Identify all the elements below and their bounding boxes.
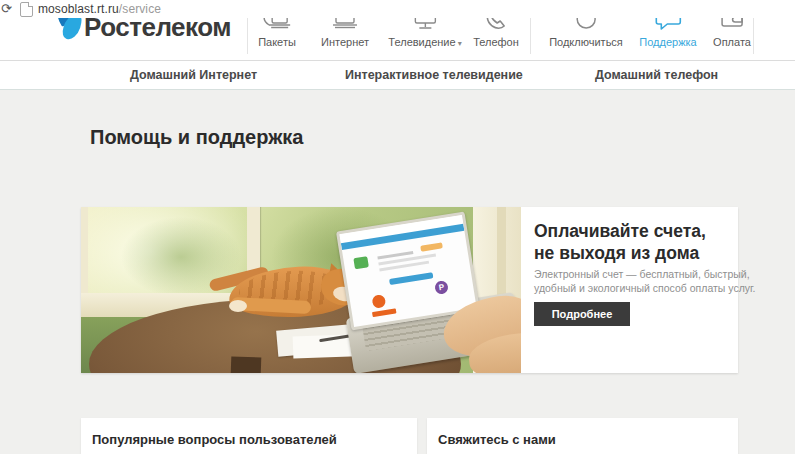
screen-orange-pill xyxy=(420,242,443,251)
nav-item-label: Подключиться xyxy=(549,36,623,48)
nav-item-label: Оплата xyxy=(713,36,751,48)
nav-divider xyxy=(753,16,754,54)
banner-heading-line1: Оплачивайте счета, xyxy=(534,220,706,242)
url-text: mosoblast.rt.ru/service xyxy=(38,2,161,16)
page-content: Помощь и поддержка xyxy=(0,90,795,454)
promo-banner: Р Оплачивайте счета, не выходя из дома Э… xyxy=(81,207,738,373)
details-button[interactable]: Подробнее xyxy=(534,302,630,326)
screen-blue-button xyxy=(389,272,433,285)
subnav-item-interactive-tv[interactable]: Интерактивное телевидение xyxy=(345,61,523,89)
contact-card: Свяжитесь с нами xyxy=(427,418,738,454)
nav-divider xyxy=(530,16,531,54)
subnav-bar: Домашний Интернет Интерактивное телевиде… xyxy=(0,61,795,90)
banner-image-cat-laptop: Р xyxy=(81,207,521,373)
browser-window: Ростелеком Пакеты Ин xyxy=(0,0,795,454)
cat-paw xyxy=(229,300,247,312)
faq-card-title: Популярные вопросы пользователей xyxy=(92,432,337,447)
banner-heading: Оплачивайте счета, не выходя из дома xyxy=(534,220,706,264)
subnav-item-home-phone[interactable]: Домашний телефон xyxy=(595,61,718,89)
banner-description-line2: удобный и экологичный способ оплаты услу… xyxy=(534,281,756,295)
banner-description: Электронный счет — бесплатный, быстрый, … xyxy=(534,267,756,295)
table-leg xyxy=(231,356,262,373)
screen-orange-button xyxy=(372,308,396,317)
screen-orange-badge xyxy=(371,294,386,309)
nav-item-label: Телевидение▾ xyxy=(388,36,461,48)
url-path: /service xyxy=(119,2,161,16)
nav-divider xyxy=(247,16,248,54)
banner-text-panel: Оплачивайте счета, не выходя из дома Эле… xyxy=(521,207,738,373)
banner-description-line1: Электронный счет — бесплатный, быстрый, xyxy=(534,267,756,281)
page-title: Помощь и поддержка xyxy=(90,126,303,149)
banner-heading-line2: не выходя из дома xyxy=(534,242,706,264)
nav-item-label: Интернет xyxy=(321,36,369,48)
contact-card-title: Свяжитесь с нами xyxy=(438,432,556,447)
nav-item-label: Пакеты xyxy=(258,36,296,48)
faq-card: Популярные вопросы пользователей xyxy=(81,418,417,454)
chevron-down-icon: ▾ xyxy=(458,39,462,48)
reload-icon[interactable]: ⟳ xyxy=(1,1,12,16)
nav-item-label: Поддержка xyxy=(639,36,696,48)
subnav-item-home-internet[interactable]: Домашний Интернет xyxy=(130,61,257,89)
screen-green-tile xyxy=(353,256,369,269)
browser-address-bar[interactable]: ⟳ mosoblast.rt.ru/service xyxy=(0,0,795,18)
page-document-icon xyxy=(20,2,33,17)
url-host: mosoblast.rt.ru xyxy=(38,2,119,16)
screen-purple-badge: Р xyxy=(434,280,449,295)
nav-item-label: Телефон xyxy=(473,36,519,48)
